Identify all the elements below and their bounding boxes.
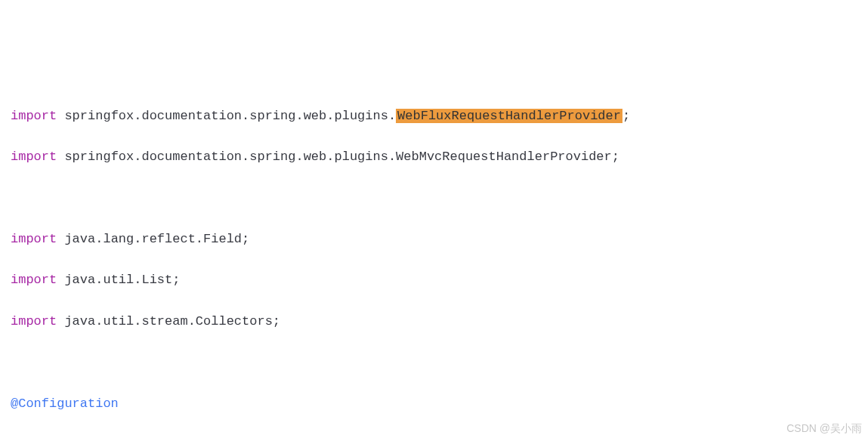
code-block: import springfox.documentation.spring.we… (11, 85, 857, 438)
keyword-import: import (11, 232, 57, 246)
keyword-import: import (11, 273, 57, 287)
code-line-1: import springfox.documentation.spring.we… (11, 106, 857, 126)
code-line-9: public class BeanPostProcessorConfig { (11, 434, 857, 438)
keyword-import: import (11, 314, 57, 328)
highlighted-class-orange: WebFluxRequestHandlerProvider (396, 109, 622, 123)
code-line-4: import java.lang.reflect.Field; (11, 229, 857, 249)
keyword-import: import (11, 109, 57, 123)
watermark-text: CSDN @吴小雨 (786, 420, 862, 436)
code-text: ; (622, 109, 630, 123)
code-text: java.lang.reflect.Field; (57, 232, 249, 246)
code-text: springfox.documentation.spring.web.plugi… (57, 109, 396, 123)
code-line-6: import java.util.stream.Collectors; (11, 311, 857, 332)
code-line-5: import java.util.List; (11, 270, 857, 290)
code-line-2: import springfox.documentation.spring.we… (11, 147, 857, 167)
code-line-blank (11, 352, 857, 372)
code-text: java.util.stream.Collectors; (57, 314, 280, 328)
annotation: @Configuration (11, 396, 119, 411)
code-line-blank (11, 188, 857, 208)
code-text: springfox.documentation.spring.web.plugi… (57, 150, 619, 164)
keyword-import: import (11, 150, 57, 164)
code-line-8: @Configuration (11, 393, 857, 414)
code-text: java.util.List; (57, 273, 180, 287)
